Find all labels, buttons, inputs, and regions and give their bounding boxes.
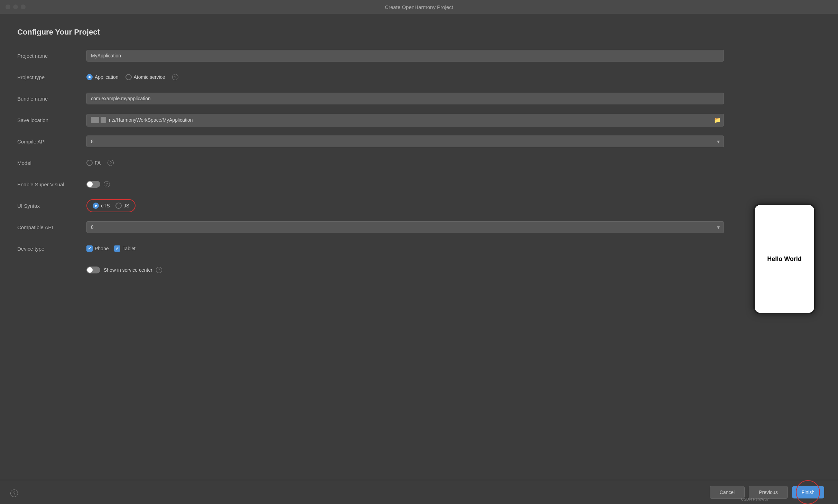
fa-model-option[interactable]: FA (86, 160, 101, 166)
location-icon-box (91, 117, 99, 123)
phone-preview: Hello World (753, 204, 816, 314)
tablet-label: Tablet (122, 246, 135, 251)
save-location-row: Save location 📁 (17, 113, 724, 127)
super-visual-toggle-wrapper: ? (86, 181, 724, 188)
phone-option[interactable]: Phone (86, 245, 109, 252)
maximize-button[interactable] (21, 4, 26, 9)
project-name-label: Project name (17, 53, 86, 59)
atomic-service-label: Atomic service (134, 74, 165, 80)
service-center-label: Show in service center (104, 267, 152, 273)
fa-model-label: FA (95, 160, 101, 166)
super-visual-control: ? (86, 181, 724, 188)
bottom-bar: Cancel Previous Finish (0, 480, 838, 504)
compile-api-select-wrapper: 8 ▾ (86, 136, 724, 147)
compile-api-control: 8 ▾ (86, 136, 724, 147)
atomic-service-option[interactable]: Atomic service (125, 74, 165, 80)
phone-checkbox[interactable] (86, 245, 93, 252)
js-radio[interactable] (115, 203, 122, 209)
title-bar: Create OpenHarmony Project (0, 0, 838, 14)
js-option[interactable]: JS (115, 203, 129, 209)
service-center-toggle[interactable] (86, 267, 100, 273)
super-visual-label: Enable Super Visual (17, 181, 86, 187)
compatible-api-control: 8 ▾ (86, 221, 724, 233)
service-center-row: Show in service center ? (17, 263, 724, 277)
device-type-checkbox-group: Phone Tablet (86, 245, 724, 252)
atomic-service-radio[interactable] (125, 74, 132, 80)
model-radio-group: FA ? (86, 160, 724, 166)
save-location-input[interactable] (108, 114, 711, 125)
compatible-api-row: Compatible API 8 ▾ (17, 221, 724, 234)
model-help-icon[interactable]: ? (108, 160, 114, 166)
project-name-control (86, 50, 724, 62)
save-location-wrapper: 📁 (86, 114, 724, 127)
compatible-api-label: Compatible API (17, 224, 86, 230)
watermark: CSDN HeroWu7 (741, 497, 769, 501)
main-container: Configure Your Project Project name Proj… (0, 14, 838, 504)
right-panel: Hello World (741, 14, 828, 504)
device-type-label: Device type (17, 246, 86, 252)
save-location-control: 📁 (86, 114, 724, 127)
project-type-label: Project type (17, 74, 86, 80)
device-type-control: Phone Tablet (86, 245, 724, 252)
ets-label: eTS (101, 203, 110, 208)
super-visual-row: Enable Super Visual ? (17, 178, 724, 191)
global-help-icon[interactable]: ? (10, 489, 18, 497)
bundle-name-label: Bundle name (17, 96, 86, 102)
window-controls (6, 4, 26, 9)
compile-api-select[interactable]: 8 (86, 136, 724, 147)
left-panel: Configure Your Project Project name Proj… (0, 14, 741, 504)
phone-label: Phone (95, 246, 109, 251)
finish-button[interactable]: Finish (792, 486, 824, 498)
ui-syntax-row: UI Syntax eTS JS (17, 199, 724, 212)
fa-model-radio[interactable] (86, 160, 93, 166)
bundle-name-input[interactable] (86, 93, 724, 104)
project-name-row: Project name (17, 49, 724, 62)
ui-syntax-radio-group: eTS JS (86, 199, 136, 212)
finish-wrapper: Finish (792, 486, 824, 498)
application-label: Application (95, 74, 119, 80)
model-control: FA ? (86, 160, 724, 166)
save-location-label: Save location (17, 117, 86, 123)
previous-button[interactable]: Previous (749, 486, 788, 499)
project-type-radio-group: Application Atomic service ? (86, 74, 724, 80)
model-row: Model FA ? (17, 156, 724, 169)
tablet-checkbox[interactable] (114, 245, 120, 252)
preview-text: Hello World (767, 255, 802, 263)
application-option[interactable]: Application (86, 74, 119, 80)
page-title: Configure Your Project (17, 28, 724, 37)
browse-folder-button[interactable]: 📁 (711, 114, 724, 126)
js-label: JS (124, 203, 129, 208)
device-type-row: Device type Phone Tablet (17, 242, 724, 255)
application-radio[interactable] (86, 74, 93, 80)
service-center-control: Show in service center ? (86, 267, 724, 273)
compile-api-label: Compile API (17, 139, 86, 144)
close-button[interactable] (6, 4, 10, 9)
ui-syntax-control: eTS JS (86, 199, 724, 212)
compatible-api-select[interactable]: 8 (86, 221, 724, 233)
super-visual-toggle[interactable] (86, 181, 100, 188)
bundle-name-control (86, 93, 724, 104)
project-name-input[interactable] (86, 50, 724, 62)
project-type-control: Application Atomic service ? (86, 74, 724, 80)
compatible-api-select-wrapper: 8 ▾ (86, 221, 724, 233)
location-prefix (87, 114, 108, 126)
window-title: Create OpenHarmony Project (385, 4, 453, 10)
ets-option[interactable]: eTS (93, 203, 110, 209)
ui-syntax-label: UI Syntax (17, 203, 86, 209)
service-center-toggle-wrapper: Show in service center ? (86, 267, 724, 273)
project-type-row: Project type Application Atomic service … (17, 71, 724, 84)
location-icon-box2 (101, 117, 106, 123)
tablet-option[interactable]: Tablet (114, 245, 135, 252)
service-center-help-icon[interactable]: ? (156, 267, 162, 273)
project-type-help-icon[interactable]: ? (172, 74, 178, 80)
super-visual-help-icon[interactable]: ? (104, 181, 110, 187)
minimize-button[interactable] (13, 4, 18, 9)
model-label: Model (17, 160, 86, 166)
cancel-button[interactable]: Cancel (710, 486, 745, 499)
bundle-name-row: Bundle name (17, 92, 724, 105)
ets-radio[interactable] (93, 203, 99, 209)
compile-api-row: Compile API 8 ▾ (17, 135, 724, 148)
